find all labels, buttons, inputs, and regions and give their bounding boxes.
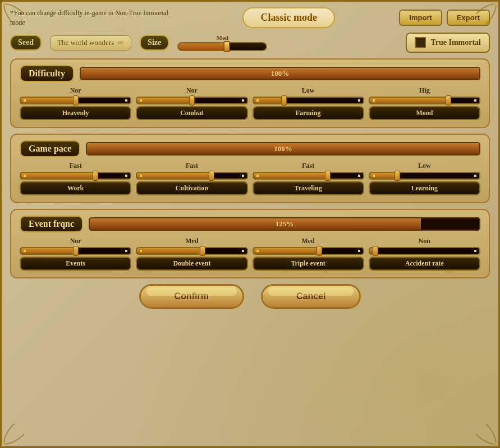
- slider-item-learning: Low Learning: [369, 162, 480, 195]
- farming-button[interactable]: Farming: [253, 106, 364, 120]
- accident-rate-button[interactable]: Accident rate: [369, 257, 480, 271]
- learning-thumb[interactable]: [395, 171, 400, 181]
- mood-fill: [370, 98, 449, 103]
- seed-size-row: Seed The world wonders ✏ Size Med True I…: [10, 33, 490, 53]
- slider-item-accident-rate: Non Accident rate: [369, 237, 480, 271]
- main-container: *You can change difficulty in-game in No…: [0, 0, 500, 448]
- svg-point-2: [3, 442, 6, 445]
- triple-event-thumb[interactable]: [316, 246, 322, 256]
- triple-event-notch-left: [256, 250, 259, 252]
- difficulty-section: Difficulty 100% Nor Heavenly Nor: [10, 58, 490, 128]
- learning-button[interactable]: Learning: [369, 181, 480, 195]
- double-event-track[interactable]: [136, 247, 247, 255]
- learning-track[interactable]: [369, 172, 480, 180]
- svg-point-1: [494, 3, 497, 6]
- slider-item-cultivation: Fast Cultivation: [136, 162, 247, 195]
- events-value: Nor: [70, 237, 81, 245]
- combat-notch-left: [140, 99, 142, 102]
- game-pace-header: Game pace 100%: [20, 140, 480, 157]
- heavenly-notch-right: [125, 99, 127, 102]
- difficulty-bar-text: 100%: [271, 69, 290, 78]
- size-slider-fill: [178, 43, 227, 50]
- bottom-buttons: Confirm Cancel: [10, 284, 490, 309]
- difficulty-sliders-grid: Nor Heavenly Nor Combat: [20, 86, 480, 120]
- accident-rate-notch-right: [474, 250, 476, 252]
- size-value-label: Med: [217, 34, 228, 41]
- work-button[interactable]: Work: [20, 181, 131, 195]
- traveling-thumb[interactable]: [325, 171, 331, 181]
- import-button[interactable]: Import: [399, 10, 442, 26]
- game-pace-title: Game pace: [20, 140, 80, 157]
- seed-text: The world wonders: [57, 38, 114, 47]
- top-row: *You can change difficulty in-game in No…: [10, 7, 490, 28]
- mood-notch-left: [373, 99, 375, 102]
- mood-thumb[interactable]: [446, 95, 451, 106]
- combat-fill: [137, 98, 192, 103]
- seed-value[interactable]: The world wonders ✏: [50, 35, 131, 51]
- double-event-fill: [137, 248, 203, 254]
- game-pace-bar-container: 100%: [86, 142, 480, 156]
- heavenly-track[interactable]: [20, 97, 131, 104]
- events-button[interactable]: Events: [20, 257, 131, 271]
- double-event-button[interactable]: Double event: [136, 257, 247, 271]
- triple-event-notch-right: [358, 250, 360, 252]
- mood-button[interactable]: Mood: [369, 106, 480, 120]
- size-slider-track[interactable]: [177, 42, 267, 51]
- triple-event-button[interactable]: Triple event: [253, 257, 364, 271]
- traveling-notch-left: [256, 175, 259, 177]
- triple-event-track[interactable]: [253, 247, 364, 255]
- mood-value: Hig: [419, 86, 430, 95]
- farming-thumb[interactable]: [281, 95, 287, 106]
- accident-rate-track[interactable]: [369, 247, 480, 255]
- traveling-value: Fast: [302, 162, 314, 170]
- cultivation-notch-left: [140, 175, 142, 177]
- difficulty-header: Difficulty 100%: [20, 65, 480, 82]
- difficulty-bar-container: 100%: [80, 67, 480, 80]
- heavenly-button[interactable]: Heavenly: [20, 106, 131, 120]
- work-track[interactable]: [20, 172, 131, 180]
- event-freq-bar-text: 125%: [276, 220, 294, 228]
- cancel-button[interactable]: Cancel: [261, 284, 361, 309]
- size-slider-thumb[interactable]: [223, 41, 230, 52]
- work-value: Fast: [70, 162, 82, 170]
- triple-event-value: Med: [301, 237, 314, 245]
- combat-button[interactable]: Combat: [136, 106, 247, 120]
- cultivation-button[interactable]: Cultivation: [136, 181, 247, 195]
- events-notch-right: [125, 250, 127, 252]
- accident-rate-thumb[interactable]: [373, 246, 378, 256]
- learning-value: Low: [418, 162, 431, 170]
- combat-track[interactable]: [136, 97, 247, 104]
- double-event-thumb[interactable]: [200, 246, 205, 256]
- events-track[interactable]: [20, 247, 131, 255]
- cultivation-track[interactable]: [136, 172, 247, 180]
- slider-item-heavenly: Nor Heavenly: [20, 86, 131, 120]
- heavenly-thumb[interactable]: [73, 95, 79, 106]
- note-text: *You can change difficulty in-game in No…: [10, 8, 178, 28]
- events-notch-left: [24, 250, 26, 252]
- cultivation-thumb[interactable]: [209, 171, 214, 181]
- mood-track[interactable]: [369, 97, 480, 104]
- slider-item-work: Fast Work: [20, 162, 131, 195]
- svg-point-3: [494, 442, 497, 445]
- farming-track[interactable]: [253, 97, 364, 104]
- traveling-button[interactable]: Traveling: [253, 181, 364, 195]
- export-button[interactable]: Export: [447, 10, 490, 26]
- combat-thumb[interactable]: [189, 95, 195, 106]
- work-thumb[interactable]: [93, 171, 98, 181]
- true-immortal-container: True Immortal: [406, 33, 490, 53]
- traveling-track[interactable]: [253, 172, 364, 180]
- heavenly-fill: [21, 98, 76, 103]
- farming-notch-left: [256, 99, 259, 102]
- difficulty-title: Difficulty: [20, 65, 74, 82]
- cultivation-fill: [137, 173, 212, 179]
- slider-item-combat: Nor Combat: [136, 86, 247, 120]
- true-immortal-checkbox[interactable]: [415, 37, 426, 48]
- events-thumb[interactable]: [73, 246, 79, 256]
- heavenly-value: Nor: [70, 86, 81, 95]
- confirm-button[interactable]: Confirm: [139, 284, 244, 309]
- slider-item-triple-event: Med Triple event: [253, 237, 364, 271]
- corner-decoration-bl: [3, 423, 25, 445]
- seed-label: Seed: [10, 35, 42, 51]
- corner-decoration-br: [475, 423, 497, 445]
- double-event-notch-left: [140, 250, 142, 252]
